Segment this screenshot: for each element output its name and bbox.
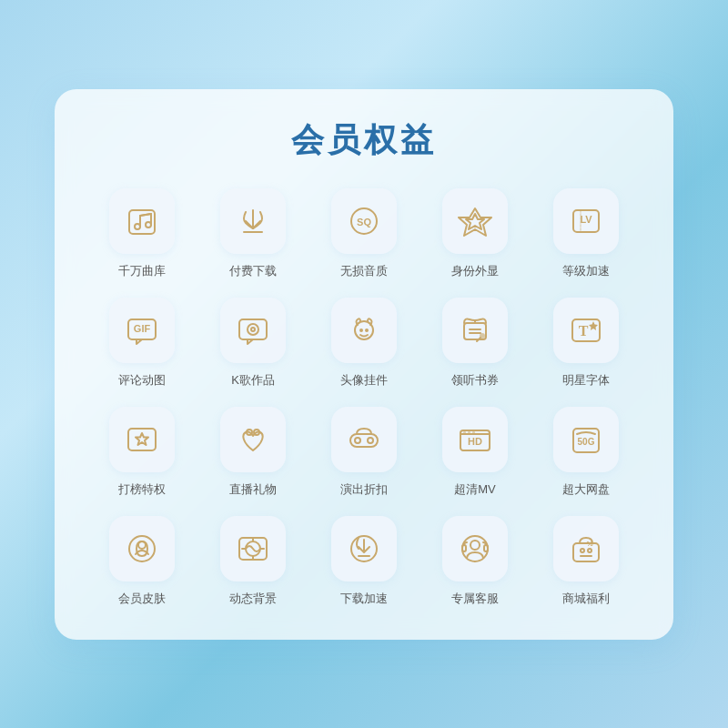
music-lib-label: 千万曲库 <box>118 263 166 279</box>
svg-marker-25 <box>589 321 598 330</box>
star-font-label: 明星字体 <box>562 372 610 389</box>
svg-line-3 <box>140 214 151 216</box>
identity-icon <box>442 188 508 254</box>
svg-point-14 <box>251 328 255 331</box>
live-gift-label: 直播礼物 <box>229 481 277 498</box>
listen-book-label: 领听书券 <box>451 372 499 389</box>
star-font-icon: T <box>553 298 619 363</box>
svg-rect-12 <box>239 319 267 339</box>
big-disk-icon: 50G <box>553 407 619 472</box>
page-title: 会员权益 <box>91 118 637 163</box>
chart-privilege-label: 打榜特权 <box>118 481 166 498</box>
svg-rect-36 <box>463 431 466 434</box>
paid-download-icon <box>220 188 286 254</box>
benefit-item-identity[interactable]: 身份外显 <box>424 188 526 279</box>
dynamic-bg-icon <box>220 516 286 581</box>
svg-point-16 <box>359 329 363 332</box>
live-gift-icon <box>220 407 286 472</box>
show-discount-label: 演出折扣 <box>340 481 388 498</box>
benefit-item-paid-download[interactable]: 付费下载 <box>202 188 304 279</box>
identity-label: 身份外显 <box>451 263 499 279</box>
membership-card: 会员权益 千万曲库 付费下载 SQ 无损音质 身份外显 LV 等级加速 GIF … <box>55 89 673 640</box>
benefit-item-music-lib[interactable]: 千万曲库 <box>91 188 193 279</box>
svg-marker-6 <box>459 208 491 236</box>
benefit-item-hd-mv[interactable]: HD 超清MV <box>424 407 526 498</box>
svg-point-31 <box>355 438 360 443</box>
benefit-item-chart-privilege[interactable]: 打榜特权 <box>91 407 193 498</box>
svg-marker-27 <box>136 433 148 445</box>
mall-benefit-label: 商城福利 <box>562 591 610 607</box>
benefit-item-listen-book[interactable]: 领听书券 <box>424 298 526 389</box>
benefit-item-karaoke[interactable]: K歌作品 <box>202 298 304 389</box>
benefit-item-avatar-pendant[interactable]: 头像挂件 <box>313 298 415 389</box>
svg-point-52 <box>470 541 480 550</box>
level-boost-icon: LV <box>553 188 619 254</box>
customer-service-label: 专属客服 <box>451 591 499 607</box>
benefit-item-dynamic-bg[interactable]: 动态背景 <box>202 516 304 607</box>
svg-text:HD: HD <box>468 436 482 447</box>
member-skin-label: 会员皮肤 <box>118 591 166 607</box>
benefit-item-dl-boost[interactable]: 下载加速 <box>313 516 415 607</box>
svg-text:LV: LV <box>580 214 592 225</box>
mall-benefit-icon: % <box>553 516 619 581</box>
benefit-item-star-font[interactable]: T 明星字体 <box>535 298 637 389</box>
svg-rect-54 <box>484 545 488 551</box>
benefit-item-member-skin[interactable]: 会员皮肤 <box>91 516 193 607</box>
lossless-icon: SQ <box>331 188 397 254</box>
dl-boost-label: 下载加速 <box>340 591 388 607</box>
benefit-item-mall-benefit[interactable]: % 商城福利 <box>535 516 637 607</box>
svg-point-13 <box>248 324 258 335</box>
avatar-pendant-icon <box>331 298 397 363</box>
svg-text:%: % <box>586 540 592 548</box>
listen-book-icon <box>442 298 508 363</box>
benefit-item-show-discount[interactable]: 演出折扣 <box>313 407 415 498</box>
benefits-grid: 千万曲库 付费下载 SQ 无损音质 身份外显 LV 等级加速 GIF 评论动图 … <box>91 188 637 607</box>
svg-point-42 <box>138 541 146 549</box>
customer-service-icon <box>442 516 508 581</box>
benefit-item-customer-service[interactable]: 专属客服 <box>424 516 526 607</box>
gif-comment-label: 评论动图 <box>118 372 166 389</box>
karaoke-label: K歌作品 <box>231 372 275 389</box>
svg-text:GIF: GIF <box>134 323 151 334</box>
show-discount-icon <box>331 407 397 472</box>
lossless-label: 无损音质 <box>340 263 388 279</box>
svg-point-17 <box>365 329 369 332</box>
karaoke-icon <box>220 298 286 363</box>
benefit-item-live-gift[interactable]: 直播礼物 <box>202 407 304 498</box>
svg-marker-7 <box>466 214 484 229</box>
benefit-item-level-boost[interactable]: LV 等级加速 <box>535 188 637 279</box>
hd-mv-label: 超清MV <box>454 481 496 498</box>
paid-download-label: 付费下载 <box>229 263 277 279</box>
chart-privilege-icon <box>109 407 175 472</box>
svg-text:T: T <box>579 323 589 339</box>
svg-line-22 <box>477 338 480 341</box>
hd-mv-icon: HD <box>442 407 508 472</box>
benefit-item-big-disk[interactable]: 50G 超大网盘 <box>535 407 637 498</box>
big-disk-label: 超大网盘 <box>562 481 610 498</box>
music-lib-icon <box>109 188 175 254</box>
svg-point-57 <box>588 549 592 552</box>
svg-rect-26 <box>128 429 156 450</box>
svg-rect-37 <box>468 431 470 434</box>
svg-text:50G: 50G <box>578 437 595 447</box>
dl-boost-icon <box>331 516 397 581</box>
gif-comment-icon: GIF <box>109 298 175 363</box>
benefit-item-lossless[interactable]: SQ 无损音质 <box>313 188 415 279</box>
svg-point-32 <box>368 438 373 443</box>
benefit-item-gif-comment[interactable]: GIF 评论动图 <box>91 298 193 389</box>
svg-rect-38 <box>472 431 475 434</box>
level-boost-label: 等级加速 <box>562 263 610 279</box>
member-skin-icon <box>109 516 175 581</box>
avatar-pendant-label: 头像挂件 <box>340 372 388 389</box>
dynamic-bg-label: 动态背景 <box>229 591 277 607</box>
svg-rect-53 <box>462 545 466 551</box>
svg-point-56 <box>581 549 584 552</box>
svg-text:SQ: SQ <box>357 217 371 228</box>
